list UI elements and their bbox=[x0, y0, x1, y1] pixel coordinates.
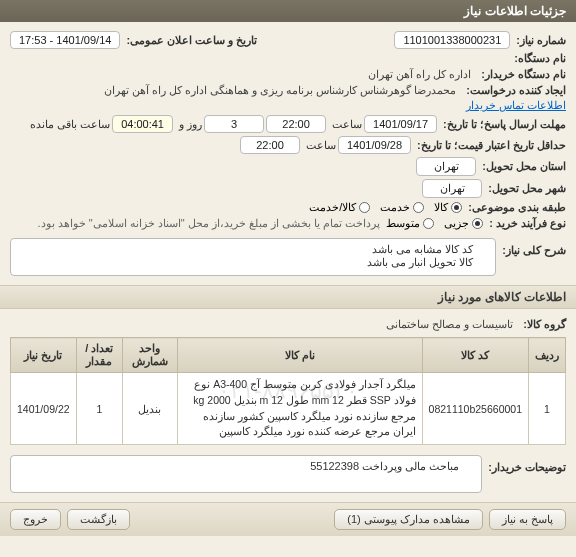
contact-link[interactable]: اطلاعات تماس خریدار bbox=[466, 99, 566, 112]
cell-idx: 1 bbox=[529, 373, 566, 445]
col-unit: واحد شمارش bbox=[123, 338, 178, 373]
time-label-2: ساعت bbox=[306, 139, 336, 152]
desc-label: شرح کلی نیاز: bbox=[502, 244, 566, 257]
cell-code: 0821110b25660001 bbox=[422, 373, 528, 445]
col-name: نام کالا bbox=[177, 338, 422, 373]
creator-value: محمدرضا گوهرشناس کارشناس برنامه ریزی و ه… bbox=[104, 84, 457, 97]
group-label: گروه کالا: bbox=[523, 318, 566, 331]
day-label: روز و bbox=[179, 118, 202, 131]
validity-time: 22:00 bbox=[240, 136, 300, 154]
info-section: شماره نیاز: 1101001338000231 تاریخ و ساع… bbox=[0, 22, 576, 285]
deadline-days: 3 bbox=[204, 115, 264, 133]
col-date: تاریخ نیاز bbox=[11, 338, 77, 373]
cell-unit: بندیل bbox=[123, 373, 178, 445]
proc-radio-medium[interactable]: متوسط bbox=[386, 217, 434, 230]
cat-radio-service[interactable]: خدمت bbox=[380, 201, 424, 214]
cat-label: طبقه بندی موضوعی: bbox=[468, 201, 566, 214]
buyer-note-label: توضیحات خریدار: bbox=[488, 461, 566, 474]
deadline-date: 1401/09/17 bbox=[364, 115, 437, 133]
announce-value: 1401/09/14 - 17:53 bbox=[10, 31, 120, 49]
desc-textarea[interactable]: کد کالا مشابه می باشد کالا تحویل انبار م… bbox=[10, 238, 496, 276]
radio-icon bbox=[359, 202, 370, 213]
group-value: تاسیسات و مصالح ساختمانی bbox=[386, 318, 513, 331]
cat-radio-goods[interactable]: کالا bbox=[434, 201, 462, 214]
buyer-note-textarea[interactable]: مباحث مالی وپرداخت 55122398 bbox=[10, 455, 482, 493]
validity-date: 1401/09/28 bbox=[338, 136, 411, 154]
cell-qty: 1 bbox=[76, 373, 122, 445]
radio-icon bbox=[423, 218, 434, 229]
footer-bar: پاسخ به نیاز مشاهده مدارک پیوستی (1) باز… bbox=[0, 502, 576, 536]
cat-radio-both[interactable]: کالا/خدمت bbox=[309, 201, 370, 214]
table-row[interactable]: 1 0821110b25660001 میلگرد آجدار فولادی ک… bbox=[11, 373, 566, 445]
validity-label: حداقل تاریخ اعتبار قیمت؛ تا تاریخ: bbox=[417, 139, 566, 152]
cat-radio-group: کالا خدمت کالا/خدمت bbox=[309, 201, 462, 214]
col-code: کد کالا bbox=[422, 338, 528, 373]
need-no-value: 1101001338000231 bbox=[394, 31, 510, 49]
deadline-remain: 04:00:41 bbox=[112, 115, 173, 133]
time-label-1: ساعت bbox=[332, 118, 362, 131]
panel-header: جزئیات اطلاعات نیاز bbox=[0, 0, 576, 22]
items-header: اطلاعات کالاهای مورد نیاز bbox=[0, 285, 576, 309]
proc-radio-group: جزیی متوسط bbox=[386, 217, 483, 230]
items-title: اطلاعات کالاهای مورد نیاز bbox=[438, 290, 566, 304]
panel-title: جزئیات اطلاعات نیاز bbox=[464, 4, 566, 18]
buyer-value: اداره کل راه آهن تهران bbox=[368, 68, 471, 81]
cell-name: میلگرد آجدار فولادی کربن متوسط آج A3-400… bbox=[177, 373, 422, 445]
col-qty: تعداد / مقدار bbox=[76, 338, 122, 373]
org-label: نام دستگاه: bbox=[514, 52, 566, 65]
deadline-time: 22:00 bbox=[266, 115, 326, 133]
items-section: گروه کالا: تاسیسات و مصالح ساختمانی ردیف… bbox=[0, 309, 576, 502]
table-header-row: ردیف کد کالا نام کالا واحد شمارش تعداد /… bbox=[11, 338, 566, 373]
need-no-label: شماره نیاز: bbox=[516, 34, 566, 47]
city-loc-value: تهران bbox=[422, 179, 482, 198]
proc-note: پرداخت تمام یا بخشی از مبلغ خرید،از محل … bbox=[38, 217, 381, 230]
proc-radio-minor[interactable]: جزیی bbox=[444, 217, 483, 230]
back-button[interactable]: بازگشت bbox=[67, 509, 130, 530]
exit-button[interactable]: خروج bbox=[10, 509, 61, 530]
table-wrapper: ردیف کد کالا نام کالا واحد شمارش تعداد /… bbox=[10, 337, 566, 445]
remain-label: ساعت باقی مانده bbox=[30, 118, 110, 131]
radio-icon bbox=[413, 202, 424, 213]
city-loc-label: شهر محل تحویل: bbox=[488, 182, 566, 195]
reply-button[interactable]: پاسخ به نیاز bbox=[489, 509, 566, 530]
proc-label: نوع فرآیند خرید : bbox=[489, 217, 566, 230]
radio-icon bbox=[472, 218, 483, 229]
need-loc-value: تهران bbox=[416, 157, 476, 176]
items-table: ردیف کد کالا نام کالا واحد شمارش تعداد /… bbox=[10, 337, 566, 445]
docs-button[interactable]: مشاهده مدارک پیوستی (1) bbox=[334, 509, 483, 530]
announce-label: تاریخ و ساعت اعلان عمومی: bbox=[126, 34, 257, 47]
radio-icon bbox=[451, 202, 462, 213]
col-idx: ردیف bbox=[529, 338, 566, 373]
need-loc-label: استان محل تحویل: bbox=[482, 160, 566, 173]
creator-label: ایجاد کننده درخواست: bbox=[466, 84, 566, 97]
deadline-label: مهلت ارسال پاسخ؛ تا تاریخ: bbox=[443, 118, 566, 131]
buyer-label: نام دستگاه خریدار: bbox=[481, 68, 566, 81]
cell-date: 1401/09/22 bbox=[11, 373, 77, 445]
